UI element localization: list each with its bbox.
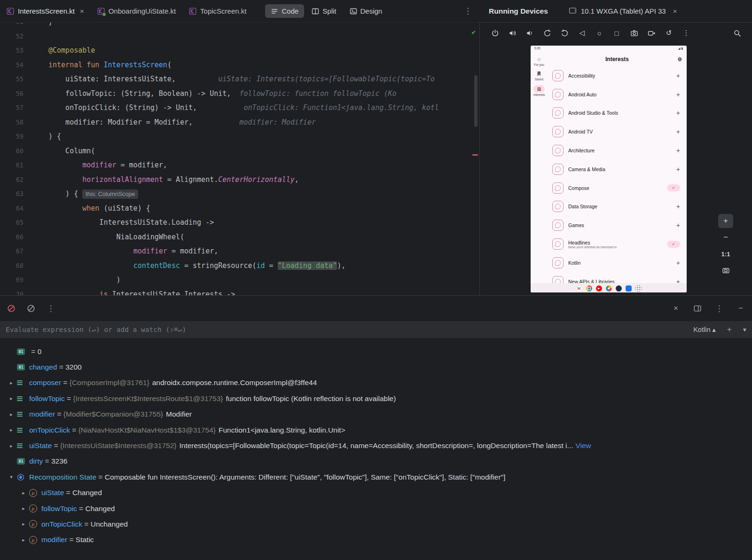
rotate-left-icon[interactable] bbox=[542, 28, 552, 38]
editor-scrollbar[interactable] bbox=[474, 75, 478, 127]
volume-up-icon[interactable] bbox=[508, 28, 517, 38]
back-icon[interactable]: ◁ bbox=[577, 28, 587, 38]
more-icon[interactable]: ⋮ bbox=[714, 304, 724, 313]
collapse-chevron-icon[interactable]: ▾ bbox=[6, 474, 17, 480]
overview-icon[interactable]: □ bbox=[612, 28, 621, 38]
error-stripe-mark[interactable] bbox=[472, 154, 478, 156]
topic-row[interactable]: Accessibility+ bbox=[552, 66, 680, 85]
chrome-icon[interactable] bbox=[586, 285, 592, 292]
expand-chevron-icon[interactable]: ▸ bbox=[18, 505, 29, 512]
device-tab-close-icon[interactable]: × bbox=[673, 7, 677, 15]
view-toggle-code[interactable]: Code bbox=[265, 4, 304, 18]
expand-chevron-icon[interactable]: ▸ bbox=[6, 443, 17, 449]
variable-row[interactable]: ▸followTopic = {InterestsScreenKt$Intere… bbox=[0, 391, 752, 406]
hide-icon[interactable]: − bbox=[736, 304, 745, 313]
files-icon[interactable] bbox=[626, 285, 632, 292]
inspections-ok-icon[interactable]: ✔ bbox=[472, 28, 476, 36]
eval-language-selector[interactable]: Kotlin ▴ bbox=[693, 326, 716, 333]
follow-plus-icon[interactable]: + bbox=[676, 221, 680, 229]
power-icon[interactable] bbox=[490, 28, 500, 38]
settings-gear-icon[interactable]: ⚙ bbox=[677, 56, 682, 63]
nav-saved[interactable]: Saved bbox=[535, 71, 543, 81]
view-toggle-design[interactable]: Design bbox=[344, 4, 388, 18]
code-editor[interactable]: 51}5253@Composable54internal fun Interes… bbox=[0, 23, 479, 295]
mute-breakpoints-icon[interactable] bbox=[7, 304, 16, 313]
tab-close-icon[interactable]: × bbox=[80, 7, 84, 15]
topic-row[interactable]: Architecture+ bbox=[552, 141, 680, 160]
follow-plus-icon[interactable]: + bbox=[676, 109, 680, 117]
expand-chevron-icon[interactable]: ▸ bbox=[6, 427, 17, 433]
variable-row[interactable]: 01 = 0 bbox=[0, 344, 752, 359]
topic-row[interactable]: Compose✓ bbox=[552, 179, 680, 197]
nav-for-you[interactable]: ☆For you bbox=[534, 56, 544, 66]
layout-settings-icon[interactable] bbox=[693, 304, 702, 313]
variable-row[interactable]: ▾Recomposition State = Composable fun In… bbox=[0, 469, 752, 485]
variable-row[interactable]: ▸uiState = {InterestsUiState$Interests@3… bbox=[0, 438, 752, 453]
variable-row[interactable]: ▸pfollowTopic = Changed bbox=[0, 501, 752, 516]
expand-chevron-icon[interactable]: ▸ bbox=[18, 490, 29, 496]
variable-row[interactable]: ▸onTopicClick = {NiaNavHostKt$NiaNavHost… bbox=[0, 422, 752, 438]
topic-row[interactable]: HeadlinesNews you'll definitely be inter… bbox=[552, 235, 680, 253]
zoom-in-icon[interactable]: + bbox=[718, 214, 733, 228]
volume-down-icon[interactable] bbox=[525, 28, 534, 38]
variable-row[interactable]: ▸pmodifier = Static bbox=[0, 532, 752, 548]
view-toggle-split[interactable]: Split bbox=[306, 4, 342, 18]
variable-row[interactable]: ▸modifier = {Modifier$Companion@31755}Mo… bbox=[0, 407, 752, 422]
follow-plus-icon[interactable]: + bbox=[676, 72, 680, 79]
follow-plus-icon[interactable]: + bbox=[676, 166, 680, 173]
editor-tab-topicscreen-kt[interactable]: TopicScreen.kt bbox=[182, 0, 253, 22]
topic-row[interactable]: Android Auto+ bbox=[552, 85, 680, 104]
nav-interests[interactable]: ⊞Interests bbox=[533, 85, 545, 96]
followed-check-icon[interactable]: ✓ bbox=[667, 184, 680, 191]
variables-panel[interactable]: 01 = 001changed = 3200▸composer = {Compo… bbox=[0, 338, 752, 560]
topic-row[interactable]: Android Studio & Tools+ bbox=[552, 104, 680, 123]
add-watch-icon[interactable]: + bbox=[727, 325, 732, 334]
home-icon[interactable]: ○ bbox=[595, 28, 604, 38]
screenshot-icon[interactable] bbox=[629, 28, 639, 38]
clock-icon[interactable] bbox=[616, 285, 622, 292]
expand-chevron-icon[interactable]: ▸ bbox=[18, 521, 29, 527]
zoom-out-icon[interactable]: − bbox=[718, 230, 733, 245]
follow-plus-icon[interactable]: + bbox=[676, 259, 680, 267]
expand-icon[interactable]: ▾ bbox=[743, 326, 746, 333]
photos-icon[interactable] bbox=[606, 285, 612, 292]
topic-row[interactable]: Android TV+ bbox=[552, 122, 680, 141]
variable-row[interactable]: 01changed = 3200 bbox=[0, 359, 752, 375]
evaluate-expression-input[interactable]: Evaluate expression (↵) or add a watch (… bbox=[0, 321, 752, 338]
follow-plus-icon[interactable]: + bbox=[676, 203, 680, 210]
youtube-icon[interactable]: ▶ bbox=[596, 285, 602, 292]
expand-chevron-icon[interactable]: ▸ bbox=[6, 395, 17, 402]
fit-screen-icon[interactable] bbox=[718, 263, 733, 277]
device-screen[interactable]: 5:05 ◢ ▮ ☆For youSaved⊞Interests Interes… bbox=[531, 46, 687, 292]
variable-row[interactable]: ▸puiState = Changed bbox=[0, 485, 752, 501]
mute-renderers-icon[interactable] bbox=[26, 304, 36, 313]
rotate-right-icon[interactable] bbox=[560, 28, 569, 38]
record-icon[interactable] bbox=[647, 28, 656, 38]
expand-chevron-icon[interactable]: ▸ bbox=[6, 380, 17, 386]
variable-row[interactable]: ▸ponTopicClick = Unchanged bbox=[0, 516, 752, 532]
apps-icon[interactable] bbox=[635, 285, 642, 292]
close-icon[interactable]: × bbox=[671, 304, 681, 313]
tab-options-icon[interactable]: ⋮ bbox=[464, 6, 472, 16]
topic-row[interactable]: Games+ bbox=[552, 216, 680, 235]
view-link[interactable]: View bbox=[575, 442, 591, 450]
variable-row[interactable]: 01dirty = 3236 bbox=[0, 454, 752, 469]
more-icon[interactable]: ⋮ bbox=[682, 28, 691, 38]
editor-tab-onboardinguistate-kt[interactable]: OnboardingUiState.kt bbox=[91, 0, 182, 22]
follow-plus-icon[interactable]: + bbox=[676, 278, 680, 283]
more-icon[interactable]: ⋮ bbox=[46, 304, 55, 313]
followed-check-icon[interactable]: ✓ bbox=[667, 241, 680, 248]
topic-row[interactable]: Kotlin+ bbox=[552, 253, 680, 272]
follow-plus-icon[interactable]: + bbox=[676, 147, 680, 154]
snapshot-icon[interactable]: ↺ bbox=[664, 28, 674, 38]
device-tab[interactable]: 10.1 WXGA (Tablet) API 33 × bbox=[569, 7, 677, 16]
follow-plus-icon[interactable]: + bbox=[676, 91, 680, 98]
expand-chevron-icon[interactable]: ▸ bbox=[6, 411, 17, 418]
gmail-icon[interactable]: M bbox=[576, 285, 582, 292]
topic-row[interactable]: New APIs & Libraries+ bbox=[552, 272, 680, 283]
follow-plus-icon[interactable]: + bbox=[676, 128, 680, 135]
topic-row[interactable]: Camera & Media+ bbox=[552, 160, 680, 179]
editor-tab-interestsscreen-kt[interactable]: InterestsScreen.kt× bbox=[0, 0, 91, 22]
variable-row[interactable]: ▸composer = {ComposerImpl@31761}androidx… bbox=[0, 375, 752, 391]
device-search-icon[interactable] bbox=[732, 28, 742, 38]
